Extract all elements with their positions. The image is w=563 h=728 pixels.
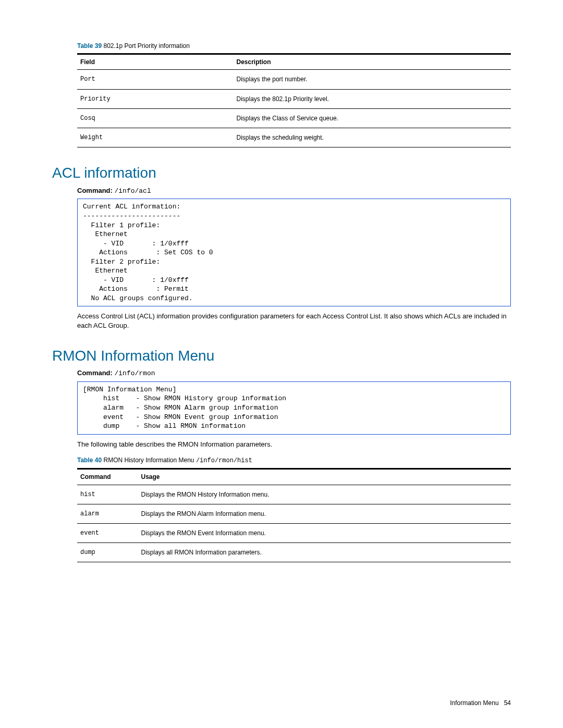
table-40-caption-text: RMON History Information Menu: [103, 456, 194, 464]
table-40-header-cmd: Command: [77, 469, 138, 485]
acl-command-label: Command:: [77, 187, 113, 194]
field-cell: Cosq: [77, 108, 234, 128]
usage-cell: Displays the RMON Event Information menu…: [138, 523, 511, 542]
table-40-header-usage: Usage: [138, 469, 511, 485]
table-39-header-desc: Description: [234, 54, 511, 70]
page-footer: Information Menu 54: [450, 699, 511, 707]
table-39-caption: Table 39 802.1p Port Priority informatio…: [77, 42, 511, 50]
acl-command-line: Command: /info/acl: [77, 186, 511, 196]
table-row: Port Displays the port number.: [77, 70, 511, 89]
acl-output-box: Current ACL information: ---------------…: [77, 199, 511, 306]
desc-cell: Displays the Class of Service queue.: [234, 108, 511, 128]
table-39: Field Description Port Displays the port…: [77, 53, 511, 147]
usage-cell: Displays all RMON Information parameters…: [138, 543, 511, 562]
field-cell: Priority: [77, 89, 234, 108]
rmon-heading: RMON Information Menu: [52, 346, 511, 366]
table-40-caption-code: /info/rmon/hist: [196, 457, 252, 464]
table-39-label: Table 39: [77, 42, 102, 50]
page: Table 39 802.1p Port Priority informatio…: [0, 0, 563, 728]
desc-cell: Displays the 802.1p Priority level.: [234, 89, 511, 108]
desc-cell: Displays the port number.: [234, 70, 511, 89]
table-40-caption: Table 40 RMON History Information Menu /…: [77, 456, 511, 465]
field-cell: Port: [77, 70, 234, 89]
table-40: Command Usage hist Displays the RMON His…: [77, 468, 511, 562]
usage-cell: Displays the RMON Alarm Information menu…: [138, 504, 511, 523]
rmon-command-value: /info/rmon: [115, 369, 155, 377]
usage-cell: Displays the RMON History Information me…: [138, 485, 511, 504]
acl-heading: ACL information: [52, 163, 511, 183]
rmon-paragraph: The following table describes the RMON I…: [77, 440, 511, 449]
cmd-cell: hist: [77, 485, 138, 504]
desc-cell: Displays the scheduling weight.: [234, 128, 511, 147]
footer-section: Information Menu: [450, 699, 498, 707]
rmon-output-box: [RMON Information Menu] hist - Show RMON…: [77, 381, 511, 435]
acl-paragraph: Access Control List (ACL) information pr…: [77, 312, 511, 330]
rmon-command-line: Command: /info/rmon: [77, 368, 511, 378]
rmon-command-label: Command:: [77, 369, 113, 377]
table-row: Weight Displays the scheduling weight.: [77, 128, 511, 147]
table-row: alarm Displays the RMON Alarm Informatio…: [77, 504, 511, 523]
table-39-header-field: Field: [77, 54, 234, 70]
table-row: Priority Displays the 802.1p Priority le…: [77, 89, 511, 108]
table-row: Cosq Displays the Class of Service queue…: [77, 108, 511, 128]
field-cell: Weight: [77, 128, 234, 147]
table-40-label: Table 40: [77, 456, 102, 464]
table-row: event Displays the RMON Event Informatio…: [77, 523, 511, 542]
table-row: hist Displays the RMON History Informati…: [77, 485, 511, 504]
table-row: dump Displays all RMON Information param…: [77, 543, 511, 562]
cmd-cell: event: [77, 523, 138, 542]
cmd-cell: alarm: [77, 504, 138, 523]
acl-command-value: /info/acl: [115, 187, 151, 195]
cmd-cell: dump: [77, 543, 138, 562]
footer-page: 54: [504, 699, 511, 707]
table-39-caption-text: 802.1p Port Priority information: [103, 42, 189, 50]
